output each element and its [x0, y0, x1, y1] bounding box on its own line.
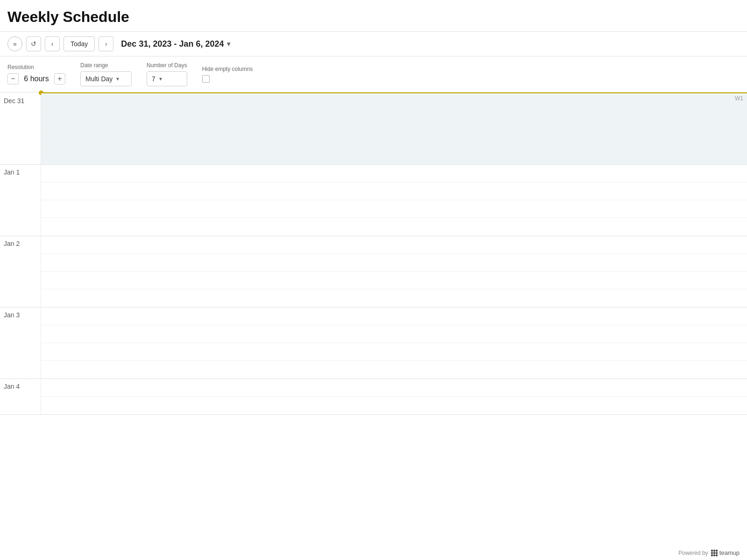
- day-sub-row: [41, 361, 747, 378]
- day-sub-row: [41, 236, 747, 254]
- day-sub-row: [41, 308, 747, 325]
- toolbar: » ↺ ‹ Today › Dec 31, 2023 - Jan 6, 2024…: [0, 32, 747, 56]
- resolution-label: Resolution: [7, 64, 65, 70]
- day-label: Jan 1: [0, 165, 41, 236]
- teamup-grid-icon: [711, 550, 718, 556]
- day-content: W1: [41, 93, 747, 164]
- prev-button[interactable]: ‹: [45, 36, 60, 51]
- brand-name: teamup: [719, 549, 740, 556]
- day-sub-row: [41, 289, 747, 307]
- day-sub-row: [41, 397, 747, 414]
- day-row: Jan 1: [0, 165, 747, 236]
- week-label: W1: [735, 95, 743, 102]
- day-content: [41, 165, 747, 236]
- resolution-control: − 6 hours +: [7, 73, 65, 84]
- day-label: Dec 31: [0, 93, 41, 164]
- day-content: [41, 379, 747, 414]
- day-label: Jan 3: [0, 308, 41, 378]
- day-row: Jan 2: [0, 236, 747, 308]
- resolution-decrease-button[interactable]: −: [7, 73, 19, 84]
- date-range-select-arrow-icon: ▾: [116, 76, 119, 82]
- date-range-display[interactable]: Dec 31, 2023 - Jan 6, 2024 ▾: [121, 39, 230, 49]
- day-sub-row: [41, 129, 747, 147]
- resolution-value: 6 hours: [22, 75, 50, 83]
- num-days-group: Number of Days 7 ▾: [147, 62, 187, 86]
- num-days-select-value: 7: [152, 75, 155, 83]
- hide-empty-group: Hide empty columns: [202, 66, 253, 83]
- num-days-select[interactable]: 7 ▾: [147, 71, 187, 86]
- day-sub-row: [41, 200, 747, 218]
- refresh-button[interactable]: ↺: [26, 36, 41, 51]
- hide-empty-row: [202, 75, 253, 83]
- date-range-text: Dec 31, 2023 - Jan 6, 2024: [121, 39, 224, 49]
- page-title: Weekly Schedule: [7, 8, 740, 26]
- next-button[interactable]: ›: [99, 36, 113, 51]
- controls-bar: Resolution − 6 hours + Date range Multi …: [0, 56, 747, 92]
- num-days-label: Number of Days: [147, 62, 187, 69]
- day-sub-row: [41, 379, 747, 397]
- date-range-arrow-icon: ▾: [227, 40, 230, 48]
- day-row: Jan 3: [0, 308, 747, 379]
- day-sub-row: W1: [41, 93, 747, 111]
- day-content: [41, 308, 747, 378]
- day-label: Jan 4: [0, 379, 41, 414]
- footer: Powered by teamup: [671, 546, 747, 560]
- day-label: Jan 2: [0, 236, 41, 307]
- calendar-rows: Dec 31W1Jan 1Jan 2Jan 3Jan 4: [0, 93, 747, 415]
- date-range-label: Date range: [80, 62, 132, 69]
- day-row: Dec 31W1: [0, 93, 747, 165]
- powered-by-text: Powered by: [678, 550, 708, 556]
- page-header: Weekly Schedule: [0, 0, 747, 32]
- hide-empty-checkbox[interactable]: [202, 75, 210, 83]
- day-content: [41, 236, 747, 307]
- resolution-increase-button[interactable]: +: [54, 73, 65, 84]
- num-days-select-arrow-icon: ▾: [159, 76, 162, 82]
- day-sub-row: [41, 325, 747, 343]
- today-button[interactable]: Today: [63, 36, 95, 51]
- day-sub-row: [41, 182, 747, 200]
- day-sub-row: [41, 165, 747, 182]
- date-range-select-value: Multi Day: [85, 75, 113, 83]
- day-sub-row: [41, 111, 747, 129]
- expand-button[interactable]: »: [7, 36, 22, 51]
- day-sub-row: [41, 272, 747, 289]
- date-range-group: Date range Multi Day ▾: [80, 62, 132, 86]
- day-sub-row: [41, 218, 747, 236]
- date-range-select[interactable]: Multi Day ▾: [80, 71, 132, 86]
- day-sub-row: [41, 147, 747, 164]
- resolution-group: Resolution − 6 hours +: [7, 64, 65, 84]
- day-row: Jan 4: [0, 379, 747, 415]
- calendar-area: Dec 31W1Jan 1Jan 2Jan 3Jan 4: [0, 92, 747, 415]
- day-sub-row: [41, 343, 747, 361]
- hide-empty-label: Hide empty columns: [202, 66, 253, 72]
- day-sub-row: [41, 254, 747, 272]
- teamup-logo: teamup: [711, 549, 740, 556]
